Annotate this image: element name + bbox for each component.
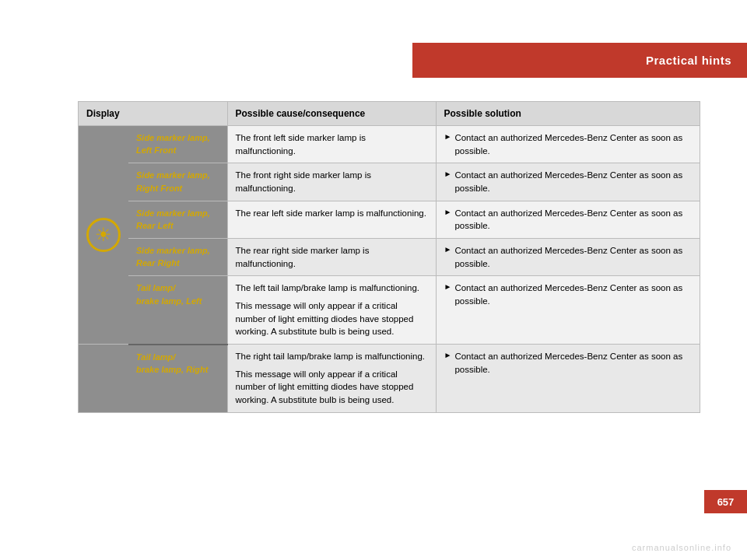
col-header-display: Display <box>79 102 228 126</box>
table-row: Side marker lamp,Rear Left The rear left… <box>79 201 700 238</box>
sub-label-cell: Side marker lamp,Rear Left <box>128 201 227 238</box>
sub-label-cell: Side marker lamp,Right Front <box>128 163 227 201</box>
content-table: Display Possible cause/consequence Possi… <box>78 101 700 413</box>
solution-cell: ►Contact an authorized Mercedes-Benz Cen… <box>436 126 700 163</box>
lamp-icon: ☀ <box>95 226 112 244</box>
solution-text: Contact an authorized Mercedes-Benz Cent… <box>454 131 692 157</box>
sub-label: Side marker lamp,Rear Right <box>136 246 210 268</box>
table-row: Tail lamp/brake lamp, Left The left tail… <box>79 276 700 345</box>
table-header-row: Display Possible cause/consequence Possi… <box>79 102 700 126</box>
sub-label-cell: Side marker lamp,Left Front <box>128 126 227 163</box>
main-table-container: Display Possible cause/consequence Possi… <box>78 101 700 482</box>
table-row: ☀ Side marker lamp,Left Front The front … <box>79 126 700 163</box>
sub-label-cell: Side marker lamp,Rear Right <box>128 239 227 276</box>
sub-label: Side marker lamp,Right Front <box>136 170 210 192</box>
page-title: Practical hints <box>646 54 731 67</box>
sub-label-cell: Tail lamp/brake lamp, Right <box>128 345 227 413</box>
col-header-cause: Possible cause/consequence <box>227 102 436 126</box>
bullet-arrow: ► <box>444 207 452 219</box>
table-row: Side marker lamp,Rear Right The rear rig… <box>79 239 700 276</box>
header-bar: Practical hints <box>412 43 747 78</box>
bullet-arrow: ► <box>444 131 452 143</box>
cause-cell: The right tail lamp/brake lamp is malfun… <box>227 345 436 413</box>
cause-cell: The rear left side marker lamp is malfun… <box>227 201 436 238</box>
page-number: 657 <box>704 490 747 513</box>
table-row: Tail lamp/brake lamp, Right The right ta… <box>79 345 700 413</box>
sub-label: Tail lamp/brake lamp, Right <box>136 352 208 374</box>
solution-text: Contact an authorized Mercedes-Benz Cent… <box>454 244 692 270</box>
bullet-arrow: ► <box>444 169 452 180</box>
cause-primary: The right tail lamp/brake lamp is malfun… <box>236 350 428 363</box>
solution-cell: ►Contact an authorized Mercedes-Benz Cen… <box>436 163 700 201</box>
sub-label-cell: Tail lamp/brake lamp, Left <box>128 276 227 345</box>
sub-label: Tail lamp/brake lamp, Left <box>136 283 202 305</box>
cause-cell: The left tail lamp/brake lamp is malfunc… <box>227 276 436 345</box>
solution-cell: ►Contact an authorized Mercedes-Benz Cen… <box>436 276 700 345</box>
solution-text: Contact an authorized Mercedes-Benz Cent… <box>454 350 692 376</box>
sub-label: Side marker lamp,Rear Left <box>136 208 210 230</box>
solution-text: Contact an authorized Mercedes-Benz Cent… <box>454 207 692 233</box>
table-row: Side marker lamp,Right Front The front r… <box>79 163 700 201</box>
icon-cell-empty <box>79 345 129 413</box>
cause-cell: The front left side marker lamp is malfu… <box>227 126 436 163</box>
bullet-arrow: ► <box>444 282 452 293</box>
solution-cell: ►Contact an authorized Mercedes-Benz Cen… <box>436 201 700 238</box>
cause-cell: The front right side marker lamp is malf… <box>227 163 436 201</box>
col-header-solution: Possible solution <box>436 102 700 126</box>
watermark-text: carmanualsonline.info <box>632 543 731 552</box>
solution-cell: ►Contact an authorized Mercedes-Benz Cen… <box>436 239 700 276</box>
solution-text: Contact an authorized Mercedes-Benz Cent… <box>454 282 692 307</box>
sub-label: Side marker lamp,Left Front <box>136 133 210 155</box>
solution-cell: ►Contact an authorized Mercedes-Benz Cen… <box>436 345 700 413</box>
cause-secondary: This message will only appear if a criti… <box>236 299 428 338</box>
bullet-arrow: ► <box>444 244 452 256</box>
bullet-arrow: ► <box>444 350 452 362</box>
cause-secondary: This message will only appear if a criti… <box>236 368 428 407</box>
solution-text: Contact an authorized Mercedes-Benz Cent… <box>454 169 692 194</box>
cause-primary: The left tail lamp/brake lamp is malfunc… <box>236 282 428 295</box>
icon-cell: ☀ <box>79 126 129 345</box>
cause-cell: The rear right side marker lamp is malfu… <box>227 239 436 276</box>
